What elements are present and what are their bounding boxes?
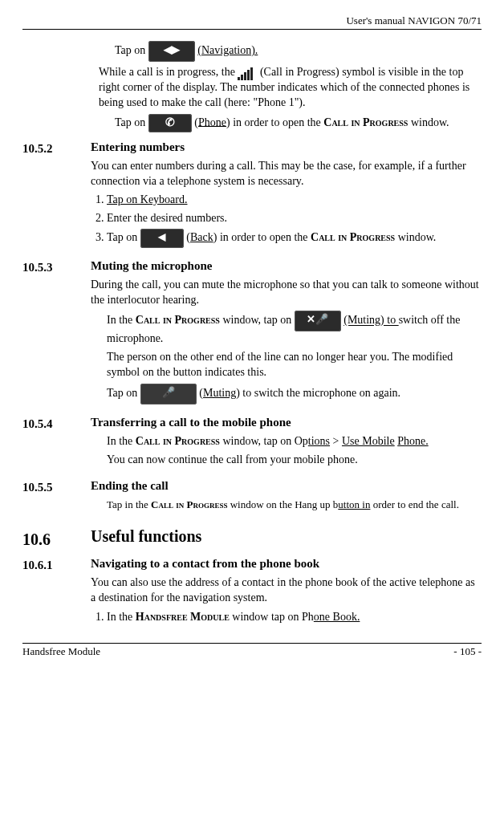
section-title: Entering numbers: [91, 140, 482, 154]
step-3: Tap on ◀ (Back) in order to open the Cal…: [107, 229, 482, 248]
footer-left: Handsfree Module: [22, 645, 100, 658]
steps-list: In the Handsfree Module window tap on Ph…: [91, 609, 482, 625]
transfer-note: You can now continue the call from your …: [107, 453, 482, 468]
section-title: Useful functions: [91, 527, 482, 546]
section-10-5-3: 10.5.3 Muting the microphone During the …: [22, 259, 482, 408]
section-title: Navigating to a contact from the phone b…: [91, 557, 482, 571]
tap-navigation-line: Tap on ◀▶ (Navigation).: [115, 41, 482, 62]
section-10-5-5: 10.5.5 Ending the call Tap in the Call i…: [22, 479, 482, 515]
footer-page-number: - 105 -: [453, 645, 482, 658]
section-10-6: 10.6 Useful functions: [22, 527, 482, 549]
section-title: Ending the call: [91, 479, 482, 493]
section-number: 10.5.4: [22, 416, 91, 471]
section-10-6-1: 10.6.1 Navigating to a contact from the …: [22, 557, 482, 628]
muting-icon: ✕🎤: [295, 311, 341, 331]
step-1: Tap on Keyboard.: [107, 192, 482, 208]
section-number: 10.5.2: [22, 140, 91, 251]
text: Tap on: [115, 116, 148, 128]
step-1: In the Handsfree Module window tap on Ph…: [107, 609, 482, 625]
mute-step-1: In the Call in Progress window, tap on ✕…: [107, 311, 482, 347]
section-number: 10.6.1: [22, 557, 91, 628]
text: (Phone) in order to open the: [194, 116, 323, 128]
phone-icon: ✆: [148, 114, 192, 132]
section-intro: During the call, you can mute the microp…: [91, 278, 482, 308]
section-title: Transferring a call to the mobile phone: [91, 416, 482, 429]
navigation-link: (Navigation).: [197, 44, 258, 56]
section-number: 10.5.3: [22, 259, 91, 408]
mute-step-2: Tap on 🎤 (Muting) to switch the micropho…: [107, 384, 482, 404]
page-header: User's manual NAVIGON 70/71: [22, 14, 482, 30]
section-10-5-4: 10.5.4 Transferring a call to the mobile…: [22, 416, 482, 471]
navigation-icon: ◀▶: [148, 41, 195, 62]
mute-note: The person on the other end of the line …: [107, 350, 482, 380]
unmute-icon: 🎤: [140, 384, 197, 404]
page-footer: Handsfree Module - 105 -: [22, 643, 482, 658]
section-number: 10.6: [22, 527, 91, 549]
section-intro: You can also use the address of a contac…: [91, 575, 482, 606]
step-2: Enter the desired numbers.: [107, 210, 482, 226]
text: Tap on: [115, 44, 148, 56]
tap-phone-line: Tap on ✆ (Phone) in order to open the Ca…: [115, 114, 482, 132]
section-number: 10.5.5: [22, 479, 91, 515]
signal-icon: [238, 66, 257, 80]
section-10-5-2: 10.5.2 Entering numbers You can enter nu…: [22, 140, 482, 251]
page-content: Tap on ◀▶ (Navigation). While a call is …: [22, 41, 482, 628]
back-icon: ◀: [140, 229, 184, 248]
steps-list: Tap on Keyboard. Enter the desired numbe…: [91, 192, 482, 247]
text: window.: [411, 116, 449, 128]
text: While a call is in progress, the: [99, 66, 238, 78]
end-call-step: Tap in the Call in Progress window on th…: [107, 498, 482, 512]
window-name: Call in Progress: [323, 116, 408, 128]
section-intro: You can enter numbers during a call. Thi…: [91, 159, 482, 189]
transfer-step: In the Call in Progress window, tap on O…: [107, 434, 482, 449]
section-title: Muting the microphone: [91, 259, 482, 273]
call-progress-desc: While a call is in progress, the (Call i…: [99, 65, 482, 111]
